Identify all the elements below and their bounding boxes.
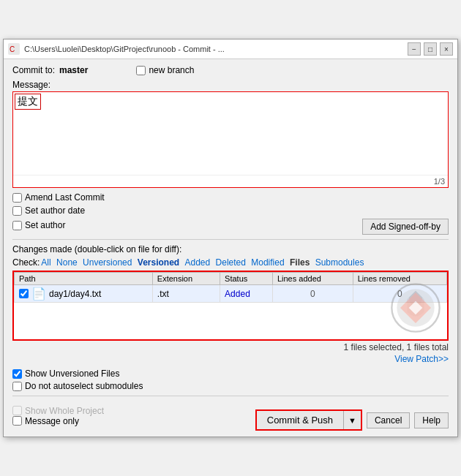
filter-all[interactable]: All bbox=[41, 257, 50, 268]
filter-unversioned[interactable]: Unversioned bbox=[83, 257, 132, 268]
filter-submodules[interactable]: Submodules bbox=[315, 257, 364, 268]
app-icon: C bbox=[8, 43, 20, 55]
branch-name: master bbox=[59, 65, 88, 75]
bottom-action-area: Show Whole Project Message only Commit &… bbox=[12, 401, 449, 431]
changes-header: Changes made (double-click on file for d… bbox=[12, 244, 449, 254]
cancel-button[interactable]: Cancel bbox=[367, 412, 410, 428]
no-autoselect-checkbox[interactable] bbox=[12, 382, 22, 391]
main-window: C C:\Users\Luolei\Desktop\GitProject\run… bbox=[3, 39, 458, 437]
separator bbox=[12, 239, 449, 240]
message-only-checkbox[interactable] bbox=[12, 416, 22, 426]
table-header-row: Path Extension Status Lines added Lines … bbox=[15, 273, 447, 285]
commit-to-label: Commit to: bbox=[12, 65, 55, 75]
commit-push-wrapper: Commit & Push ▼ bbox=[255, 409, 362, 431]
file-extension-cell: .txt bbox=[152, 285, 220, 303]
title-bar: C C:\Users\Luolei\Desktop\GitProject\run… bbox=[4, 39, 457, 59]
table-row[interactable]: 📄 day1/day4.txt .txt Added 0 0 bbox=[15, 285, 447, 303]
message-only-label: Message only bbox=[25, 416, 79, 426]
help-button[interactable]: Help bbox=[414, 412, 449, 428]
file-status-cell: Added bbox=[220, 285, 273, 303]
col-lines-added: Lines added bbox=[272, 273, 353, 285]
message-counter: 1/3 bbox=[13, 175, 448, 187]
minimize-button[interactable]: − bbox=[408, 42, 421, 56]
close-button[interactable]: × bbox=[440, 42, 453, 56]
view-patch-link[interactable]: View Patch>> bbox=[12, 354, 449, 364]
show-whole-project-row: Show Whole Project bbox=[12, 406, 104, 416]
svg-text:C: C bbox=[10, 45, 15, 53]
col-status: Status bbox=[220, 273, 273, 285]
amend-row: Amend Last Commit bbox=[12, 192, 449, 203]
file-path: day1/day4.txt bbox=[49, 289, 101, 299]
git-logo bbox=[390, 282, 441, 333]
message-box-wrapper: 提文 1/3 bbox=[12, 91, 449, 188]
filter-row: Check: All None Unversioned Versioned Ad… bbox=[12, 257, 449, 268]
message-inner: 提文 bbox=[13, 92, 448, 175]
separator2 bbox=[12, 396, 449, 396]
content-area: Commit to: master new branch Message: 提文… bbox=[4, 59, 457, 437]
show-unversioned-checkbox[interactable] bbox=[12, 369, 22, 379]
bottom-left-options: Show Whole Project Message only bbox=[12, 406, 104, 426]
filter-modified[interactable]: Modified bbox=[251, 257, 284, 268]
commit-to-row: Commit to: master new branch bbox=[12, 65, 449, 75]
message-section: Message: 提文 1/3 bbox=[12, 80, 449, 188]
file-lines-added-cell: 0 bbox=[272, 285, 353, 303]
amend-label: Amend Last Commit bbox=[25, 192, 105, 203]
commit-push-dropdown[interactable]: ▼ bbox=[344, 411, 361, 429]
no-autoselect-row: Do not autoselect submodules bbox=[12, 381, 449, 391]
window-title: C:\Users\Luolei\Desktop\GitProject\runoo… bbox=[24, 45, 403, 53]
commit-push-button[interactable]: Commit & Push bbox=[257, 411, 344, 429]
restore-button[interactable]: □ bbox=[424, 42, 437, 56]
author-row: Set author Add Signed-off-by bbox=[12, 219, 449, 235]
check-label: Check: bbox=[12, 257, 40, 268]
new-branch-checkbox[interactable] bbox=[136, 66, 146, 75]
file-icon: 📄 bbox=[31, 287, 46, 301]
files-table: Path Extension Status Lines added Lines … bbox=[14, 272, 447, 303]
action-buttons: Commit & Push ▼ Cancel Help bbox=[255, 407, 449, 431]
files-table-wrapper: Path Extension Status Lines added Lines … bbox=[12, 271, 449, 341]
show-unversioned-row: Show Unversioned Files bbox=[12, 369, 449, 379]
filter-none[interactable]: None bbox=[56, 257, 78, 268]
author-checkbox[interactable] bbox=[12, 221, 22, 230]
message-only-row: Message only bbox=[12, 416, 104, 426]
filter-added[interactable]: Added bbox=[185, 257, 211, 268]
message-textarea[interactable] bbox=[13, 92, 448, 173]
author-row-left: Set author bbox=[12, 220, 65, 230]
col-extension: Extension bbox=[152, 273, 220, 285]
filter-versioned[interactable]: Versioned bbox=[138, 257, 179, 268]
files-summary: 1 files selected, 1 files total bbox=[12, 342, 449, 352]
options-section: Amend Last Commit Set author date Set au… bbox=[12, 192, 449, 235]
table-empty-space bbox=[14, 303, 447, 339]
show-whole-project-label: Show Whole Project bbox=[25, 406, 104, 416]
bottom-options: Show Unversioned Files Do not autoselect… bbox=[12, 369, 449, 391]
author-date-checkbox[interactable] bbox=[12, 206, 22, 216]
author-date-label: Set author date bbox=[25, 205, 85, 216]
show-whole-project-checkbox[interactable] bbox=[12, 406, 22, 415]
col-path: Path bbox=[15, 273, 153, 285]
filter-files[interactable]: Files bbox=[290, 257, 310, 268]
file-path-cell: 📄 day1/day4.txt bbox=[15, 285, 153, 303]
author-date-row: Set author date bbox=[12, 205, 449, 216]
show-unversioned-label: Show Unversioned Files bbox=[25, 369, 119, 379]
new-branch-wrapper: new branch bbox=[136, 65, 194, 75]
add-signed-button[interactable]: Add Signed-off-by bbox=[362, 219, 449, 235]
amend-checkbox[interactable] bbox=[12, 193, 22, 203]
window-controls: − □ × bbox=[408, 42, 453, 56]
message-label: Message: bbox=[12, 80, 449, 90]
filter-deleted[interactable]: Deleted bbox=[216, 257, 246, 268]
file-checkbox[interactable] bbox=[19, 289, 29, 298]
no-autoselect-label: Do not autoselect submodules bbox=[25, 381, 143, 391]
changes-section: Changes made (double-click on file for d… bbox=[12, 244, 449, 364]
new-branch-label: new branch bbox=[149, 65, 194, 75]
author-label: Set author bbox=[25, 220, 65, 230]
